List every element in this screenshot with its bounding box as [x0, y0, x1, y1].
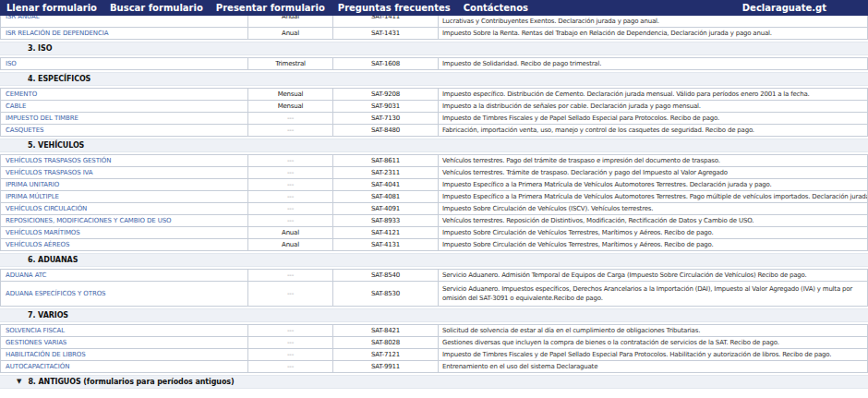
- form-link[interactable]: GESTIONES VARIAS: [6, 339, 66, 346]
- form-link[interactable]: VEHÍCULOS TRASPASOS IVA: [6, 169, 93, 176]
- form-link[interactable]: CEMENTO: [6, 90, 37, 98]
- brand-declaraguate[interactable]: Declaraguate.gt: [742, 3, 826, 13]
- sat-code-value: SAT-8611: [371, 157, 400, 164]
- section-header[interactable]: 3. ISO: [0, 42, 868, 55]
- section-header[interactable]: 6. ADUANAS: [0, 253, 868, 267]
- period-value: Anual: [282, 16, 299, 21]
- form-link[interactable]: AUTOCAPACITACIÓN: [6, 363, 69, 370]
- sat-code-value: SAT-8480: [371, 127, 400, 134]
- form-link[interactable]: ISO: [6, 60, 17, 67]
- table-row: AUTOCAPACITACIÓN---SAT-9911Entrenamiento…: [1, 361, 867, 373]
- period-cell: ---: [248, 349, 333, 360]
- description-cell: Servicio Aduanero. Impuestos específicos…: [439, 282, 867, 306]
- form-link[interactable]: VEHÍCULOS MARÍTIMOS: [6, 229, 80, 236]
- form-name-cell: ADUANA ESPECÍFICOS Y OTROS: [1, 282, 248, 306]
- period-cell: ---: [248, 337, 333, 348]
- table-row: CABLEMensualSAT-9031Impuesto a la distri…: [1, 101, 867, 113]
- section-header[interactable]: 5. VEHÍCULOS: [0, 139, 868, 152]
- period-value: Mensual: [278, 90, 304, 98]
- table-block: ISOTrimestralSAT-1608Impuesto de Solidar…: [0, 57, 868, 70]
- form-name-cell: IMPUESTO DEL TIMBRE: [1, 113, 248, 124]
- sat-code-cell: SAT-4091: [333, 203, 439, 214]
- period-cell: ---: [248, 215, 333, 226]
- form-link[interactable]: ADUANA ATC: [6, 271, 46, 279]
- form-link[interactable]: ISR ANUAL: [6, 16, 40, 21]
- sat-code-value: SAT-2311: [371, 169, 400, 176]
- sat-code-value: SAT-4041: [371, 181, 400, 188]
- form-link[interactable]: VEHÍCULOS CIRCULACIÓN: [6, 205, 87, 212]
- section-header[interactable]: ▼8. ANTIGUOS (formularios para períodos …: [0, 375, 868, 389]
- period-value: Mensual: [278, 103, 304, 110]
- form-link[interactable]: VEHÍCULOS TRASPASOS GESTIÓN: [6, 157, 111, 164]
- form-name-cell: AUTOCAPACITACIÓN: [1, 361, 248, 372]
- description-cell: Vehículos terrestres. Trámite de traspas…: [439, 167, 867, 178]
- sat-code-value: SAT-8530: [371, 290, 400, 297]
- period-cell: Anual: [248, 239, 333, 250]
- period-value: ---: [287, 157, 294, 164]
- form-name-cell: ISR ANUAL: [1, 16, 248, 27]
- sat-code-value: SAT-8933: [371, 217, 400, 224]
- form-link[interactable]: ISR RELACIÓN DE DEPENDENCIA: [6, 30, 108, 37]
- description-cell: Fabricación, importación venta, uso, man…: [439, 125, 867, 136]
- period-cell: Anual: [248, 28, 333, 39]
- sat-code-cell: SAT-8421: [333, 325, 439, 336]
- table-block: ADUANA ATC---SAT-8540Servicio Aduanero. …: [0, 269, 868, 307]
- section-title: 7. VARIOS: [28, 311, 68, 320]
- form-name-cell: VEHÍCULOS TRASPASOS GESTIÓN: [1, 155, 248, 166]
- form-link[interactable]: REPOSICIONES, MODIFICACIONES Y CAMBIO DE…: [6, 217, 172, 224]
- nav-llenar-formulario[interactable]: Llenar formulario: [6, 3, 97, 13]
- description-cell: Gestiones diversas que incluyen la compr…: [439, 337, 867, 348]
- table-row: VEHÍCULOS CIRCULACIÓN---SAT-4091Impuesto…: [1, 203, 867, 215]
- form-link[interactable]: IPRIMA MÚLTIPLE: [6, 193, 59, 200]
- sat-code-value: SAT-4121: [371, 229, 400, 236]
- sat-code-cell: SAT-8540: [333, 270, 439, 281]
- sat-code-cell: SAT-8480: [333, 125, 439, 136]
- form-name-cell: SOLVENCIA FISCAL: [1, 325, 248, 336]
- table-row: VEHÍCULOS TRASPASOS IVA---SAT-2311Vehícu…: [1, 167, 867, 179]
- sat-code-value: SAT-7130: [371, 115, 400, 122]
- period-value: Anual: [282, 30, 299, 37]
- table-row: CEMENTOMensualSAT-9208Impuesto específic…: [1, 89, 867, 101]
- sat-code-value: SAT-8028: [371, 339, 400, 346]
- table-row: GESTIONES VARIAS---SAT-8028Gestiones div…: [1, 337, 867, 349]
- form-link[interactable]: CASQUETES: [6, 127, 43, 134]
- description-cell: Lucrativas y Contribuyentes Exentos. Dec…: [439, 16, 867, 27]
- form-name-cell: VEHÍCULOS MARÍTIMOS: [1, 227, 248, 238]
- section-header[interactable]: 7. VARIOS: [0, 308, 868, 322]
- table-row: SOLVENCIA FISCAL---SAT-8421Solicitud de …: [1, 325, 867, 337]
- table-row: VEHÍCULOS MARÍTIMOSAnualSAT-4121Impuesto…: [1, 227, 867, 239]
- description-cell: Entrenamiento en el uso del sistema Decl…: [439, 361, 867, 372]
- sat-code-cell: SAT-8933: [333, 215, 439, 226]
- table-row: ADUANA ATC---SAT-8540Servicio Aduanero. …: [1, 270, 867, 282]
- period-cell: ---: [248, 282, 333, 306]
- table-block: SOLVENCIA FISCAL---SAT-8421Solicitud de …: [0, 324, 868, 373]
- section-title: 3. ISO: [28, 44, 52, 53]
- sat-code-cell: SAT-4121: [333, 227, 439, 238]
- period-cell: ---: [248, 325, 333, 336]
- nav-contactenos[interactable]: Contáctenos: [464, 3, 528, 13]
- table-row: HABILITACIÓN DE LIBROS---SAT-7121Impuest…: [1, 349, 867, 361]
- sat-code-cell: SAT-7121: [333, 349, 439, 360]
- description-cell: Impuesto específico. Distribución de Cem…: [439, 89, 867, 100]
- sat-code-cell: SAT-1431: [333, 28, 439, 39]
- form-link[interactable]: ADUANA ESPECÍFICOS Y OTROS: [6, 290, 105, 297]
- form-link[interactable]: VEHÍCULOS AÉREOS: [6, 241, 69, 248]
- form-link[interactable]: IPRIMA UNITARIO: [6, 181, 59, 188]
- form-link[interactable]: CABLE: [6, 103, 26, 110]
- period-cell: Mensual: [248, 89, 333, 100]
- section-header[interactable]: 4. ESPECÍFICOS: [0, 72, 868, 86]
- period-cell: ---: [248, 361, 333, 372]
- sat-code-cell: SAT-4081: [333, 191, 439, 202]
- nav-preguntas-frecuentes[interactable]: Preguntas frecuentes: [338, 3, 451, 13]
- description-cell: Impuesto de Timbres Fiscales y de Papel …: [439, 349, 867, 360]
- period-cell: Anual: [248, 16, 333, 27]
- nav-buscar-formulario[interactable]: Buscar formulario: [110, 3, 203, 13]
- form-link[interactable]: IMPUESTO DEL TIMBRE: [6, 115, 78, 122]
- nav-presentar-formulario[interactable]: Presentar formulario: [216, 3, 325, 13]
- form-name-cell: REPOSICIONES, MODIFICACIONES Y CAMBIO DE…: [1, 215, 248, 226]
- section-title: 5. VEHÍCULOS: [28, 141, 84, 150]
- form-link[interactable]: HABILITACIÓN DE LIBROS: [6, 351, 86, 358]
- period-cell: Anual: [248, 227, 333, 238]
- form-link[interactable]: SOLVENCIA FISCAL: [6, 327, 65, 334]
- sat-code-value: SAT-9208: [371, 90, 400, 98]
